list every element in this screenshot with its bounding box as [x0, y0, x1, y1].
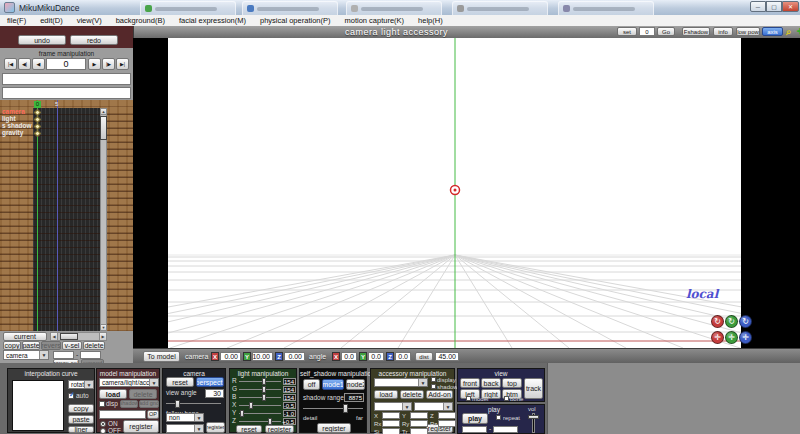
- accessory-ry-field[interactable]: [410, 420, 428, 427]
- hscroll-thumb[interactable]: [60, 333, 78, 340]
- menu-item-physical-operation-p-[interactable]: physical operation(P): [253, 15, 337, 26]
- light-r-slider[interactable]: [239, 381, 281, 382]
- frame-field[interactable]: 0: [46, 58, 86, 70]
- dist-button[interactable]: dist: [415, 352, 433, 361]
- frame-nav-button-5[interactable]: ▶|: [116, 58, 129, 70]
- hscroll-right-arrow[interactable]: ▶: [99, 332, 107, 341]
- fshadow-button[interactable]: Fshadow: [682, 27, 710, 36]
- shadow-register-button[interactable]: register: [317, 423, 351, 433]
- accessory-y-field[interactable]: [410, 412, 428, 419]
- x-move-gizmo-icon[interactable]: ✛: [711, 331, 724, 344]
- light-b-slider-thumb[interactable]: [262, 394, 266, 401]
- view-track-button[interactable]: track: [524, 378, 543, 399]
- shadow-range-slider[interactable]: [303, 408, 363, 409]
- set-button[interactable]: set: [617, 27, 637, 36]
- maximize-button[interactable]: ▢: [766, 1, 782, 12]
- shadow-range-slider-thumb[interactable]: [343, 404, 348, 413]
- menu-item-file-f-[interactable]: file(F): [0, 15, 33, 26]
- dist-field[interactable]: 45.00: [435, 352, 459, 361]
- zoom-icon[interactable]: ⌕: [786, 26, 792, 38]
- light-z-slider[interactable]: [239, 421, 281, 422]
- z-rotate-gizmo-icon[interactable]: ↻: [739, 315, 752, 328]
- accessory-rx-field[interactable]: [382, 420, 400, 427]
- accessory-rz-field[interactable]: [438, 420, 456, 427]
- model-shadow-button[interactable]: shadow: [120, 400, 138, 408]
- x-rotate-gizmo-icon[interactable]: ↻: [711, 315, 724, 328]
- light-g-slider-thumb[interactable]: [262, 386, 266, 393]
- follow-bone-select[interactable]: non▼: [166, 413, 204, 422]
- undo-button[interactable]: undo: [18, 35, 66, 45]
- menu-item-background-b-[interactable]: background(B): [109, 15, 172, 26]
- accessory-display-checkbox[interactable]: [431, 377, 436, 382]
- repeat-checkbox[interactable]: [496, 415, 501, 420]
- hscroll-left-arrow[interactable]: ◀: [50, 332, 58, 341]
- play-to-field[interactable]: [493, 426, 518, 433]
- light-b-slider[interactable]: [239, 397, 281, 398]
- view-angle-field[interactable]: 30: [205, 389, 224, 398]
- view-top-button[interactable]: top: [502, 378, 522, 388]
- view-angle-slider-thumb[interactable]: [175, 400, 180, 408]
- light-z-value[interactable]: +0.5: [283, 418, 296, 425]
- cam-x-field[interactable]: 0.00: [220, 352, 241, 361]
- selection-listbox[interactable]: [2, 87, 131, 99]
- menu-item-view-v-[interactable]: view(V): [70, 15, 109, 26]
- menu-item-edit-d-[interactable]: edit(D): [33, 15, 70, 26]
- camera-reset-button[interactable]: reset: [166, 377, 194, 387]
- vol-slider-thumb[interactable]: [528, 415, 539, 419]
- shadow-mode1-button[interactable]: mode1: [322, 379, 344, 390]
- op-on-radio[interactable]: [100, 421, 106, 427]
- shadow-off-button[interactable]: off: [303, 379, 320, 390]
- vscroll-down-arrow[interactable]: ▼: [100, 324, 107, 331]
- light-g-value[interactable]: 154: [283, 386, 296, 393]
- light-x-slider[interactable]: [239, 405, 281, 406]
- light-y-value[interactable]: -1.0: [283, 410, 296, 417]
- play-from-field[interactable]: [462, 426, 487, 433]
- frame-nav-button-3[interactable]: ▶: [88, 58, 101, 70]
- delete-button[interactable]: delete: [83, 341, 105, 350]
- interp-channel-select[interactable]: rotation▼: [68, 380, 94, 389]
- accessory-load-button[interactable]: load: [374, 390, 398, 399]
- close-button[interactable]: ✕: [782, 1, 799, 12]
- view-back-button[interactable]: back: [481, 378, 501, 388]
- go-button[interactable]: Go: [657, 27, 675, 36]
- reverse-button[interactable]: revers: [41, 341, 61, 350]
- light-y-slider-thumb[interactable]: [240, 410, 244, 417]
- vscroll-up-arrow[interactable]: ▲: [100, 108, 107, 115]
- interp-copy-button[interactable]: copy: [68, 404, 94, 413]
- camera-register-button[interactable]: register: [206, 422, 225, 433]
- shadow-range-value[interactable]: 8875: [344, 393, 364, 402]
- accessory-add-on-button[interactable]: Add-on: [426, 390, 453, 399]
- disp-checkbox[interactable]: [99, 401, 105, 407]
- accessory-shadow-checkbox[interactable]: [431, 384, 436, 389]
- add-gnd-button[interactable]: add gnd: [139, 400, 159, 408]
- accessory-tr-field[interactable]: [410, 428, 428, 434]
- menu-item-facial-expression-m-[interactable]: facial expression(M): [172, 15, 253, 26]
- cam-y-field[interactable]: 10.00: [252, 352, 273, 361]
- outside-parent-field[interactable]: [99, 410, 146, 419]
- bone-listbox[interactable]: [2, 73, 131, 85]
- view-model-checkbox[interactable]: [466, 396, 471, 401]
- cam-z-field[interactable]: 0.00: [284, 352, 305, 361]
- render-area[interactable]: [168, 38, 741, 348]
- op-button[interactable]: OP: [147, 410, 159, 419]
- copy-button[interactable]: copy: [3, 341, 21, 350]
- accessory-delete-button[interactable]: delete: [400, 390, 424, 399]
- view-bone-checkbox[interactable]: [504, 396, 509, 401]
- play-button[interactable]: play: [462, 413, 488, 424]
- follow-bone-select-2[interactable]: ▼: [166, 424, 204, 433]
- viewport[interactable]: local ↻↻↻✛✛✛: [133, 38, 800, 348]
- frame-nav-button-1[interactable]: ◀|: [18, 58, 31, 70]
- y-move-gizmo-icon[interactable]: ✛: [725, 331, 738, 344]
- light-y-slider[interactable]: [239, 413, 281, 414]
- interp-liner-button[interactable]: liner: [68, 426, 94, 433]
- title-bar[interactable]: MikuMikuDance ─ ▢ ✕: [0, 0, 800, 16]
- axis-button[interactable]: axis: [762, 27, 783, 36]
- to-model-button[interactable]: To model: [143, 351, 180, 362]
- vscroll-thumb[interactable]: [100, 116, 107, 140]
- light-g-slider[interactable]: [239, 389, 281, 390]
- accessory-select[interactable]: ▼: [374, 378, 428, 387]
- menu-item-help-h-[interactable]: help(H): [411, 15, 450, 26]
- timeline-vscrollbar[interactable]: [100, 108, 107, 331]
- light-x-slider-thumb[interactable]: [249, 402, 253, 409]
- light-r-slider-thumb[interactable]: [262, 378, 266, 385]
